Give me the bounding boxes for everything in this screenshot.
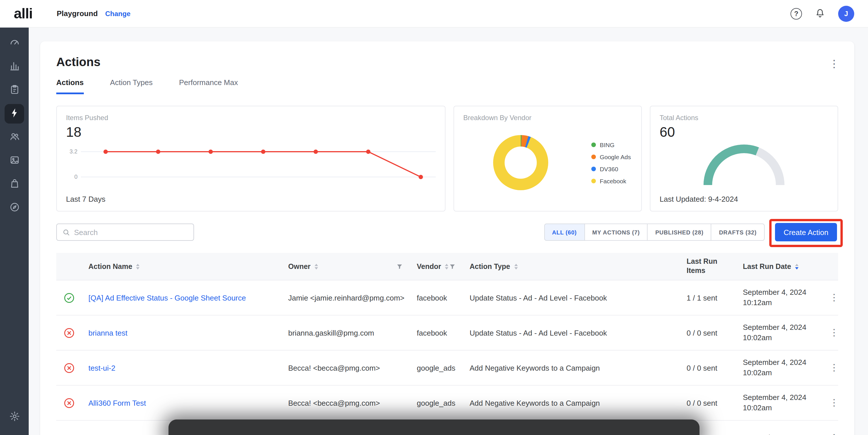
search-input[interactable] xyxy=(74,228,188,236)
row-menu-button[interactable]: ⋮ xyxy=(830,363,839,372)
actions-table: Action Name Owner Vendor Action T xyxy=(56,253,838,435)
table-row[interactable]: Alli360 Form Test Becca! <becca@pmg.com>… xyxy=(56,385,838,420)
action-type-cell: Add Negative Keywords to a Campaign xyxy=(463,399,680,407)
items-pushed-chart: 3.2 0 xyxy=(66,146,436,183)
filter-my-actions[interactable]: MY ACTIONS (7) xyxy=(584,224,648,241)
sort-icon[interactable] xyxy=(315,263,318,269)
legend-item-facebook: Facebook xyxy=(591,177,631,184)
workspace-switcher: Playground Change xyxy=(57,9,131,18)
column-label: Last Run Items xyxy=(687,257,723,276)
owner-column-header[interactable]: Owner xyxy=(281,262,410,270)
status-error-icon xyxy=(63,397,74,408)
row-menu-button[interactable]: ⋮ xyxy=(830,328,839,337)
vendor-breakdown-label: Breakdown By Vendor xyxy=(463,114,632,122)
sidebar-item-settings[interactable] xyxy=(5,407,24,427)
notifications-bell-icon[interactable] xyxy=(815,8,826,19)
action-name-link[interactable]: [QA] Ad Effective Status - Google Sheet … xyxy=(88,293,246,302)
sidebar-item-explore[interactable] xyxy=(5,198,24,218)
filter-drafts[interactable]: DRAFTS (32) xyxy=(711,224,765,241)
row-menu-button[interactable]: ⋮ xyxy=(830,433,839,435)
time-line: 10:02am xyxy=(743,403,827,413)
last-run-date-column-header[interactable]: Last Run Date xyxy=(736,262,827,270)
date-line: September 4, 2024 xyxy=(743,358,827,368)
date-line: September 4, 2024 xyxy=(743,433,827,435)
last-run-items-cell: 0 / 0 sent xyxy=(680,364,736,372)
status-error-icon xyxy=(63,362,74,373)
legend-item-google-ads: Google Ads xyxy=(591,153,631,160)
sort-icon[interactable] xyxy=(514,263,518,269)
column-label: Owner xyxy=(288,262,311,270)
tab-bar: Actions Action Types Performance Max xyxy=(56,78,838,94)
sidebar-item-actions[interactable] xyxy=(5,104,24,123)
sidebar-item-audiences[interactable] xyxy=(5,127,24,147)
action-name-link[interactable]: Alli360 Form Test xyxy=(88,399,146,407)
table-row[interactable]: brianna test brianna.gaskill@pmg.com fac… xyxy=(56,316,838,350)
legend-label: Google Ads xyxy=(600,153,631,160)
filter-published[interactable]: PUBLISHED (28) xyxy=(647,224,712,241)
page-title: Actions xyxy=(56,55,838,69)
sort-icon[interactable] xyxy=(445,263,448,269)
column-label: Last Run Date xyxy=(743,262,791,270)
action-type-column-header[interactable]: Action Type xyxy=(463,262,680,270)
total-actions-footer: Last Updated: 9-4-2024 xyxy=(660,195,828,203)
avatar[interactable]: J xyxy=(838,5,854,22)
legend-label: Facebook xyxy=(600,177,626,184)
create-action-button[interactable]: Create Action xyxy=(775,223,837,241)
sort-icon[interactable] xyxy=(136,263,140,269)
row-menu-button[interactable]: ⋮ xyxy=(830,293,839,302)
sidebar-item-planner[interactable] xyxy=(5,81,24,100)
y-axis-labels: 3.2 0 xyxy=(66,146,81,183)
table-row[interactable]: [QA] Ad Effective Status - Google Sheet … xyxy=(56,281,838,316)
sidebar-item-dashboard[interactable] xyxy=(5,33,24,53)
card-menu-button[interactable]: ⋮ xyxy=(829,59,839,69)
image-icon xyxy=(9,154,20,168)
tab-performance-max[interactable]: Performance Max xyxy=(179,78,238,94)
filter-all[interactable]: ALL (60) xyxy=(544,224,585,241)
legend-dot xyxy=(591,154,596,159)
time-line: 10:02am xyxy=(743,333,827,343)
sidebar-item-shopping[interactable] xyxy=(5,175,24,194)
vendor-cell: google_ads xyxy=(410,364,463,372)
app-logo[interactable]: alli xyxy=(14,5,33,22)
lightning-bolt-icon xyxy=(9,107,20,120)
tab-actions[interactable]: Actions xyxy=(56,78,84,94)
create-action-wrapper: Create Action xyxy=(775,223,837,241)
search-icon xyxy=(63,228,70,236)
total-actions-label: Total Actions xyxy=(660,114,828,122)
vendor-donut-area: BING Google Ads DV360 Facebook xyxy=(463,122,632,203)
clipboard-icon xyxy=(9,84,20,97)
owner-cell: brianna.gaskill@pmg.com xyxy=(281,328,410,337)
workspace-name: Playground xyxy=(57,9,98,18)
speedometer-icon xyxy=(9,36,20,50)
items-pushed-footer: Last 7 Days xyxy=(66,195,436,203)
legend-dot xyxy=(591,178,596,183)
sort-icon-active[interactable] xyxy=(795,263,799,269)
filter-chips: ALL (60) MY ACTIONS (7) PUBLISHED (28) D… xyxy=(544,224,765,241)
help-icon[interactable] xyxy=(790,8,802,19)
date-line: September 4, 2024 xyxy=(743,288,827,298)
filter-funnel-icon[interactable] xyxy=(396,263,403,270)
filter-funnel-icon[interactable] xyxy=(449,263,456,270)
tab-action-types[interactable]: Action Types xyxy=(110,78,152,94)
action-name-column-header[interactable]: Action Name xyxy=(82,262,281,270)
vendor-cell: facebook xyxy=(410,293,463,302)
row-menu-button[interactable]: ⋮ xyxy=(830,398,839,407)
time-line: 10:12am xyxy=(743,298,827,308)
sidebar-item-reports[interactable] xyxy=(5,57,24,77)
app-viewport: alli Playground Change J xyxy=(0,0,868,435)
sidebar xyxy=(0,28,29,435)
vendor-column-header[interactable]: Vendor xyxy=(410,262,463,270)
gear-icon xyxy=(9,411,20,424)
total-actions-gauge xyxy=(660,143,828,187)
change-workspace-link[interactable]: Change xyxy=(105,10,131,18)
table-row[interactable]: test-ui-2 Becca! <becca@pmg.com> google_… xyxy=(56,350,838,385)
owner-cell: Becca! <becca@pmg.com> xyxy=(281,364,410,372)
last-run-items-cell: 0 / 0 sent xyxy=(680,328,736,337)
action-type-cell: Update Status - Ad - Ad Level - Facebook xyxy=(463,293,680,302)
search-box[interactable] xyxy=(56,224,194,241)
sidebar-item-creative[interactable] xyxy=(5,151,24,171)
action-name-link[interactable]: test-ui-2 xyxy=(88,364,115,372)
legend-item-bing: BING xyxy=(591,141,631,148)
items-pushed-label: Items Pushed xyxy=(66,114,436,122)
action-name-link[interactable]: brianna test xyxy=(88,328,127,337)
